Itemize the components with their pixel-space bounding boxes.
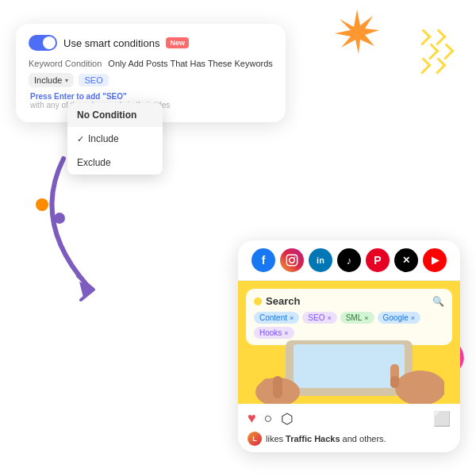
hands-illustration	[238, 332, 460, 404]
x-twitter-icon[interactable]: ✕	[394, 248, 418, 272]
youtube-icon[interactable]: ▶	[423, 248, 447, 272]
no-condition-label: No Condition	[77, 109, 136, 121]
svg-rect-2	[286, 255, 297, 265]
keyword-condition-label: Keyword Condition	[29, 59, 102, 68]
seo-tag: SEO	[79, 74, 108, 86]
instagram-icon[interactable]	[280, 248, 304, 272]
instagram-card: f in ♪ P ✕ ▶	[238, 240, 460, 452]
tag-content[interactable]: Content ×	[254, 312, 299, 324]
chevrons-decoration	[416, 32, 452, 75]
tag-google[interactable]: Google ×	[378, 312, 421, 324]
include-label: Include	[34, 75, 62, 85]
include-row: Include ▾ SEO	[29, 73, 273, 87]
orange-circle-decoration	[36, 198, 48, 211]
keyword-condition-row: Keyword Condition Only Add Posts That Ha…	[29, 59, 273, 68]
dropdown-item-include[interactable]: ✓ Include	[67, 127, 163, 151]
post-actions: ♥ ○ ⬡ ⬜	[248, 410, 451, 428]
new-badge: New	[166, 37, 189, 48]
svg-marker-0	[335, 10, 379, 54]
share-icon[interactable]: ⬡	[281, 410, 294, 428]
starburst-decoration	[333, 8, 381, 56]
dropdown-item-exclude[interactable]: Exclude	[67, 151, 163, 175]
svg-rect-6	[294, 344, 405, 388]
hint-text: Press Enter to add "SEO"	[29, 92, 273, 101]
svg-point-3	[290, 258, 295, 263]
search-icon-label: Search	[254, 295, 300, 307]
include-select[interactable]: Include ▾	[29, 73, 74, 87]
purple-circle-decoration	[54, 213, 65, 224]
post-action-left: ♥ ○ ⬡	[248, 410, 294, 428]
likes-text: likes Traffic Hacks and others.	[266, 434, 386, 443]
condition-dropdown: No Condition ✓ Include Exclude	[67, 103, 163, 175]
svg-rect-9	[273, 376, 282, 398]
avatar: L	[248, 432, 262, 446]
heart-icon[interactable]: ♥	[248, 410, 256, 428]
facebook-icon[interactable]: f	[251, 248, 275, 272]
tag-sml[interactable]: SML ×	[340, 312, 374, 324]
search-dot	[254, 298, 262, 305]
smart-conditions-row: Use smart conditions New	[29, 35, 273, 51]
exclude-label: Exclude	[77, 157, 111, 168]
search-top-row: Search 🔍	[254, 295, 444, 307]
smart-conditions-card: Use smart conditions New Keyword Conditi…	[16, 24, 286, 122]
check-icon: ✓	[77, 134, 84, 144]
svg-rect-8	[262, 378, 274, 398]
linkedin-icon[interactable]: in	[309, 248, 332, 272]
post-image-area: Search 🔍 Content × SEO × SML × Google × …	[238, 281, 460, 404]
svg-point-4	[294, 257, 296, 259]
chevron-down-icon: ▾	[65, 77, 68, 84]
smart-conditions-label: Use smart conditions	[63, 37, 159, 49]
include-option-label: Include	[88, 133, 119, 144]
keyword-condition-value: Only Add Posts That Has These Keywords	[108, 59, 272, 68]
search-title: Search	[266, 295, 300, 307]
pinterest-icon[interactable]: P	[366, 248, 390, 272]
search-magnifier-icon[interactable]: 🔍	[432, 296, 444, 307]
tag-seo[interactable]: SEO ×	[302, 312, 336, 324]
comment-icon[interactable]: ○	[264, 410, 273, 428]
bookmark-icon[interactable]: ⬜	[433, 410, 451, 428]
dropdown-item-no-condition[interactable]: No Condition	[67, 103, 163, 127]
smart-conditions-toggle[interactable]	[29, 35, 57, 51]
post-footer: ♥ ○ ⬡ ⬜ L likes Traffic Hacks and others…	[238, 404, 460, 452]
hint-press-enter: Press Enter to add "SEO"	[30, 92, 127, 101]
social-bar: f in ♪ P ✕ ▶	[238, 240, 460, 281]
post-likes-row: L likes Traffic Hacks and others.	[248, 432, 451, 446]
tiktok-icon[interactable]: ♪	[337, 248, 361, 272]
svg-rect-12	[390, 376, 399, 388]
